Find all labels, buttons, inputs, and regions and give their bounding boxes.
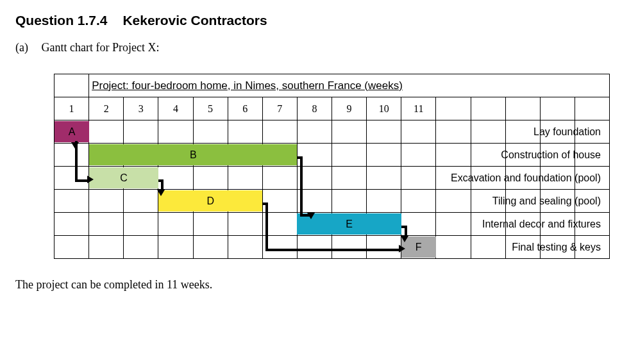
part-text: Gantt chart for Project X: bbox=[42, 41, 160, 54]
week-header: 2 bbox=[89, 97, 124, 120]
week-header bbox=[471, 97, 505, 120]
gantt-bar-B: B bbox=[89, 144, 297, 165]
task-label: Lay foundation bbox=[533, 126, 606, 138]
gantt-chart: Project: four-bedroom home, in Nimes, so… bbox=[54, 74, 610, 259]
week-header bbox=[540, 97, 575, 120]
week-header bbox=[436, 97, 471, 120]
week-header: 1 bbox=[55, 97, 89, 120]
task-label: Final testing & keys bbox=[512, 242, 606, 253]
week-header bbox=[575, 97, 609, 120]
question-heading: Question 1.7.4 Kekerovic Contractors bbox=[15, 13, 623, 28]
week-header bbox=[505, 97, 540, 120]
conclusion-text: The project can be completed in 11 weeks… bbox=[15, 278, 623, 292]
week-header: 8 bbox=[297, 97, 332, 120]
task-label: Excavation and foundation (pool) bbox=[451, 172, 606, 184]
task-label: Internal decor and fixtures bbox=[482, 219, 606, 230]
part-line: (a) Gantt chart for Project X: bbox=[15, 41, 623, 54]
gantt-bar-A: A bbox=[55, 121, 89, 142]
gantt-bar-D: D bbox=[158, 190, 262, 211]
week-header: 4 bbox=[158, 97, 193, 120]
chart-title: Project: four-bedroom home, in Nimes, so… bbox=[89, 74, 610, 97]
week-header: 11 bbox=[401, 97, 436, 120]
week-header: 3 bbox=[124, 97, 158, 120]
gantt-bar-C: C bbox=[89, 167, 158, 188]
week-header: 6 bbox=[228, 97, 262, 120]
task-label: Construction of house bbox=[501, 149, 606, 161]
gantt-grid: Project: four-bedroom home, in Nimes, so… bbox=[54, 74, 610, 259]
part-label: (a) bbox=[15, 41, 38, 54]
question-number: Question 1.7.4 bbox=[15, 13, 108, 28]
question-title: Kekerovic Contractors bbox=[122, 13, 267, 28]
week-header: 10 bbox=[367, 97, 401, 120]
week-header: 7 bbox=[262, 97, 297, 120]
week-header: 9 bbox=[332, 97, 367, 120]
task-label: Tiling and sealing (pool) bbox=[492, 195, 606, 207]
week-header: 5 bbox=[193, 97, 228, 120]
